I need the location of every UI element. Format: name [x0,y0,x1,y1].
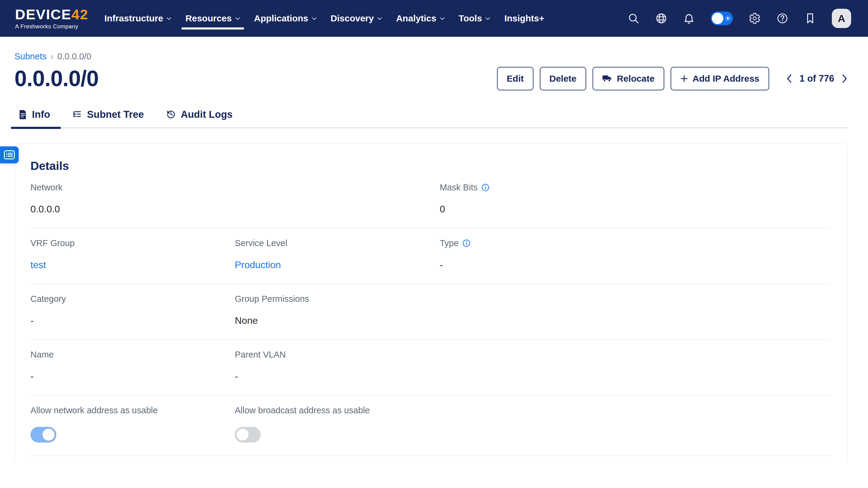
field-empty [440,350,830,382]
field-vrf-group: VRF Group test [30,238,235,270]
add-ip-address-button[interactable]: Add IP Address [671,67,769,90]
info-icon[interactable] [481,184,490,192]
edit-button[interactable]: Edit [497,67,533,90]
tab-audit-logs-label: Audit Logs [181,109,232,120]
edit-button-label: Edit [507,73,524,84]
chevron-down-icon [166,17,172,20]
vrf-group-link[interactable]: test [30,259,235,270]
tab-subnet-tree[interactable]: Subnet Tree [70,109,146,128]
field-mask-bits: Mask Bits 0 [440,183,830,215]
chevron-down-icon [440,17,445,20]
pager-next-button[interactable] [842,74,847,83]
toggle-knob [237,429,249,441]
field-parent-vlan: Parent VLAN - [235,350,440,382]
search-icon[interactable] [627,12,640,24]
nav-item-discovery[interactable]: Discovery [324,0,389,37]
top-navbar: DEVICE42 A Freshworks Company Infrastruc… [0,0,868,37]
pager-previous-button[interactable] [786,74,792,83]
pager-position: 1 of 776 [800,73,834,84]
detail-row: Customer [30,456,830,464]
action-buttons: Edit Delete Relocate Add IP Address [497,67,847,90]
theme-toggle-knob [712,13,723,24]
allow-network-toggle[interactable] [30,427,56,443]
nav-item-resources[interactable]: Resources [179,0,247,37]
info-icon[interactable] [462,239,470,247]
field-value: - [235,371,440,382]
truck-icon [602,74,613,83]
brand-text: DEVICE [15,6,71,22]
field-service-level: Service Level Production [235,238,440,270]
delete-button[interactable]: Delete [540,67,586,90]
breadcrumb-separator: › [50,52,53,61]
tree-list-icon [72,110,82,119]
detail-row: Category - Group Permissions None [30,284,830,340]
side-panel-flyout-button[interactable] [0,147,19,163]
nav-item-label: Tools [459,13,482,24]
tab-info[interactable]: Info [17,109,52,128]
field-type: Type - [440,238,830,270]
title-row: 0.0.0.0/0 Edit Delete Relocate Add IP Ad… [14,66,847,91]
chevron-down-icon [485,17,490,20]
field-allow-broadcast-address: Allow broadcast address as usable [235,405,440,443]
field-label: Mask Bits [440,183,830,193]
field-allow-network-address: Allow network address as usable [30,405,235,443]
nav-item-analytics[interactable]: Analytics [389,0,452,37]
detail-row: VRF Group test Service Level Production … [30,228,830,284]
service-level-link[interactable]: Production [235,259,440,270]
field-label: Parent VLAN [235,350,440,360]
nav-item-tools[interactable]: Tools [452,0,498,37]
nav-item-insights[interactable]: Insights+ [497,0,551,37]
main-content: Subnets › 0.0.0.0/0 0.0.0.0/0 Edit Delet… [0,52,868,464]
navbar-icon-group: A [627,9,851,28]
chevron-left-icon [786,74,792,83]
chevron-right-icon [842,74,847,83]
field-category: Category - [30,294,235,326]
field-network: Network 0.0.0.0 [30,183,235,215]
allow-broadcast-toggle[interactable] [235,427,261,443]
field-value: - [440,259,830,270]
detail-row: Allow network address as usable Allow br… [30,395,830,456]
field-value: None [235,315,440,326]
brand-tagline: A Freshworks Company [15,23,88,30]
brand-accent-text: 42 [71,6,88,22]
field-label: Network [30,183,235,193]
relocate-button[interactable]: Relocate [592,67,664,90]
bell-icon[interactable] [683,12,695,24]
add-ip-button-label: Add IP Address [692,73,760,84]
record-pager: 1 of 776 [786,73,847,84]
brand-logo[interactable]: DEVICE42 A Freshworks Company [15,7,88,30]
field-empty [235,183,440,215]
details-heading: Details [30,159,830,173]
gear-icon[interactable] [749,12,761,24]
bookmark-icon[interactable] [804,12,816,24]
tab-audit-logs[interactable]: Audit Logs [164,109,234,128]
avatar[interactable]: A [832,9,851,28]
help-icon[interactable] [776,12,788,24]
globe-icon[interactable] [655,12,667,24]
theme-toggle[interactable] [711,11,733,25]
field-label-text: Type [440,238,459,248]
field-label: VRF Group [30,238,235,248]
breadcrumb-current: 0.0.0.0/0 [57,52,91,61]
field-label: Allow network address as usable [30,405,235,415]
main-menu: Infrastructure Resources Applications Di… [97,0,551,37]
field-label: Type [440,238,830,248]
page-title: 0.0.0.0/0 [14,66,98,91]
breadcrumb: Subnets › 0.0.0.0/0 [14,52,847,61]
tab-subnet-tree-label: Subnet Tree [87,109,144,120]
chevron-down-icon [377,17,382,20]
delete-button-label: Delete [550,73,577,84]
details-card-inner: Details Network 0.0.0.0 Mask Bits 0 [14,143,847,464]
breadcrumb-parent-link[interactable]: Subnets [14,52,46,61]
field-label: Category [30,294,235,304]
history-icon [166,110,176,119]
details-card: Details Network 0.0.0.0 Mask Bits 0 [14,143,847,464]
nav-item-label: Insights+ [504,13,544,24]
field-empty [440,294,830,326]
avatar-letter: A [838,13,845,24]
nav-item-applications[interactable]: Applications [247,0,324,37]
nav-item-label: Applications [254,13,308,24]
brand-name: DEVICE42 [15,7,88,22]
nav-item-infrastructure[interactable]: Infrastructure [97,0,179,37]
field-name: Name - [30,350,235,382]
